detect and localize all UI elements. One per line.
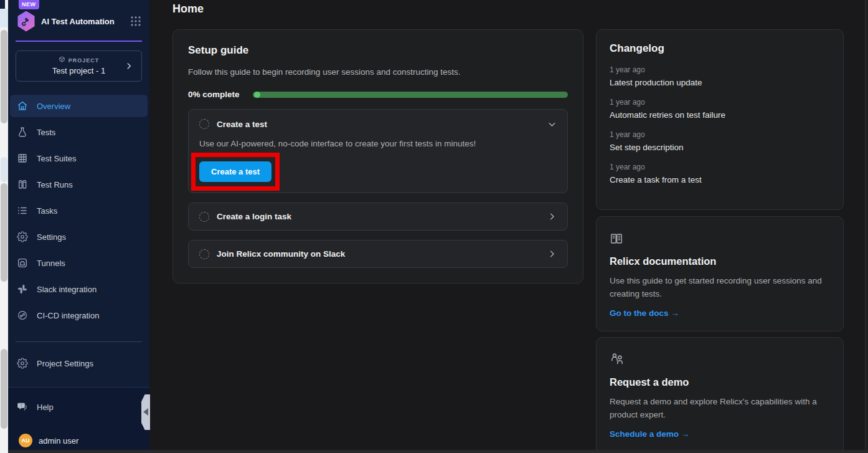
app-title: AI Test Automation: [41, 17, 130, 26]
chevron-right-icon: [125, 62, 133, 70]
step-description: Use our AI-powered, no-code interface to…: [199, 139, 557, 148]
progress-label: 0% complete: [188, 90, 253, 99]
sidebar-item-settings[interactable]: Settings: [10, 226, 148, 248]
user-avatar: AU: [19, 434, 32, 447]
changelog-entry: 1 year ago Set step description: [610, 130, 830, 152]
cube-icon: [59, 56, 65, 64]
tunnel-icon: [17, 257, 28, 269]
changelog-entry: 1 year ago Automatic retries on test fai…: [610, 98, 830, 120]
sidebar-bottom-section: ? Help AU admin user: [8, 387, 149, 450]
sidebar-item-slack-integration[interactable]: Slack integration: [10, 278, 148, 300]
changelog-time: 1 year ago: [610, 98, 830, 107]
slack-icon: [17, 284, 28, 295]
flask-icon: [17, 126, 28, 138]
user-name: admin user: [39, 436, 78, 446]
background-scrollbar-fragment: [1, 183, 7, 282]
step-title: Create a test: [217, 120, 547, 129]
sidebar-item-tasks[interactable]: Tasks: [10, 199, 148, 222]
highlight-annotation: Create a test: [191, 153, 280, 191]
apps-grid-icon[interactable]: [130, 16, 141, 27]
changelog-entry-title: Create a task from a test: [610, 175, 830, 184]
changelog-card: Changelog 1 year ago Latest production u…: [596, 29, 844, 210]
create-a-test-button[interactable]: Create a test: [199, 161, 271, 182]
changelog-entry-title: Latest production update: [610, 78, 830, 87]
changelog-title: Changelog: [610, 42, 830, 55]
changelog-entry: 1 year ago Create a task from a test: [610, 163, 830, 184]
background-scrollbar-fragment: [1, 30, 7, 123]
incomplete-step-icon: [199, 119, 209, 129]
sidebar-item-cicd-integration[interactable]: CI-CD integration: [10, 304, 148, 327]
setup-guide-description: Follow this guide to begin recording use…: [188, 67, 568, 77]
setup-step-login-task[interactable]: Create a login task: [188, 203, 568, 231]
sidebar-item-test-suites[interactable]: Test Suites: [10, 147, 148, 169]
request-demo-card: Request a demo Request a demo and explor…: [596, 337, 844, 453]
gear-icon: [17, 358, 28, 369]
demo-title: Request a demo: [610, 376, 830, 388]
window-bottom-edge: [8, 450, 868, 453]
sidebar-item-help[interactable]: ? Help: [10, 396, 134, 418]
background-fragment: [1, 157, 7, 182]
sidebar-collapse-handle[interactable]: [141, 394, 150, 430]
documentation-card: Relicx documentation Use this guide to g…: [596, 216, 844, 331]
arrow-right-icon: →: [681, 429, 690, 439]
brand-divider: [16, 41, 142, 42]
changelog-entry-title: Set step description: [610, 143, 830, 152]
progress-indicator: [254, 92, 260, 98]
background-window-sliver: [0, 0, 8, 453]
sidebar-menu: Overview Tests Test Suites Test Runs: [10, 95, 148, 327]
step-title: Join Relicx community on Slack: [217, 249, 547, 259]
list-icon: [17, 205, 28, 216]
user-menu[interactable]: AU admin user: [19, 434, 78, 447]
progress-bar: [253, 92, 568, 98]
sidebar-item-overview[interactable]: Overview: [10, 95, 148, 117]
new-badge: NEW: [19, 0, 39, 9]
background-scrollbar-fragment: [1, 349, 7, 429]
demo-description: Request a demo and explore Relicx's capa…: [610, 395, 830, 421]
documentation-title: Relicx documentation: [610, 255, 830, 267]
help-chat-icon: ?: [17, 401, 28, 412]
changelog-entry: 1 year ago Latest production update: [610, 65, 830, 87]
brand-row: AI Test Automation: [17, 9, 141, 34]
go-to-docs-link[interactable]: Go to the docs →: [610, 308, 830, 318]
step-title: Create a login task: [217, 212, 547, 221]
incomplete-step-icon: [199, 249, 209, 259]
sidebar-item-tests[interactable]: Tests: [10, 121, 148, 143]
chevron-right-icon: [547, 249, 557, 259]
sidebar: NEW AI Test Automation: [8, 0, 149, 450]
chevron-left-icon: [143, 408, 148, 416]
app-logo-icon: [17, 11, 35, 32]
book-icon: [610, 232, 830, 248]
ci-cd-icon: [17, 310, 28, 321]
svg-text:?: ?: [20, 403, 22, 408]
chevron-down-icon[interactable]: [547, 120, 557, 129]
project-selector[interactable]: PROJECT Test project - 1: [16, 50, 142, 82]
sidebar-item-test-runs[interactable]: Test Runs: [10, 173, 148, 196]
columns-icon: [17, 179, 28, 190]
schedule-demo-link[interactable]: Schedule a demo →: [610, 429, 830, 439]
setup-guide-title: Setup guide: [188, 44, 568, 57]
arrow-right-icon: →: [671, 308, 679, 318]
setup-step-join-slack[interactable]: Join Relicx community on Slack: [188, 240, 568, 268]
project-name: Test project - 1: [16, 66, 141, 75]
gear-icon: [17, 231, 28, 242]
people-icon: [610, 351, 830, 369]
page-title: Home: [172, 2, 204, 16]
scrollbar-track[interactable]: [865, 0, 868, 450]
grid-table-icon: [17, 153, 28, 164]
changelog-time: 1 year ago: [610, 163, 830, 171]
changelog-time: 1 year ago: [610, 65, 830, 74]
changelog-entry-title: Automatic retries on test failure: [610, 110, 830, 120]
setup-progress: 0% complete: [188, 90, 568, 99]
project-label: PROJECT: [68, 57, 100, 64]
chevron-right-icon: [547, 212, 557, 221]
setup-guide-card: Setup guide Follow this guide to begin r…: [172, 29, 583, 284]
background-fragment: [0, 9, 8, 27]
sidebar-divider: [16, 341, 142, 342]
sidebar-item-tunnels[interactable]: Tunnels: [10, 252, 148, 274]
home-icon: [17, 100, 28, 112]
sidebar-item-project-settings[interactable]: Project Settings: [10, 352, 148, 374]
setup-step-create-test[interactable]: Create a test Use our AI-powered, no-cod…: [188, 109, 568, 193]
documentation-description: Use this guide to get started recording …: [610, 274, 830, 300]
incomplete-step-icon: [199, 212, 209, 222]
changelog-time: 1 year ago: [610, 130, 830, 139]
